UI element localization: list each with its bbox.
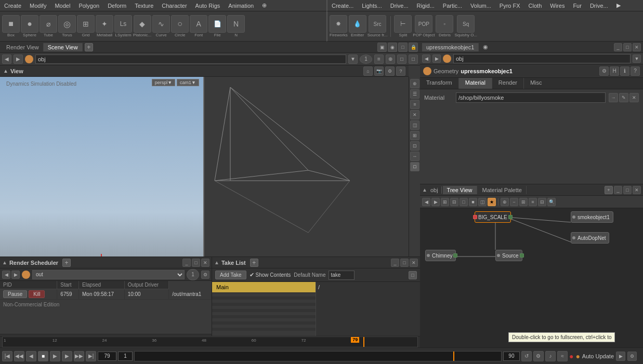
tool-file[interactable]: 📄 File bbox=[208, 15, 226, 37]
take-collapse-icon[interactable]: ▲ bbox=[214, 260, 219, 265]
tv-btn-8[interactable]: ⊕ bbox=[501, 198, 509, 206]
tool-source-fr[interactable]: Src Source fr... bbox=[368, 15, 388, 37]
right-tab-add[interactable]: ◉ bbox=[480, 43, 491, 51]
loop-btn[interactable]: ↺ bbox=[521, 351, 532, 361]
tv-btn-4[interactable]: ⊟ bbox=[450, 198, 458, 206]
path-ctrl-2[interactable]: ⊕ bbox=[386, 55, 395, 64]
geo-tab-material[interactable]: Material bbox=[459, 78, 492, 89]
tool-split[interactable]: ⊢ Split bbox=[394, 15, 412, 37]
path-dropdown-btn[interactable]: ▼ bbox=[348, 55, 358, 64]
menu-polygon[interactable]: Polygon bbox=[74, 2, 103, 10]
tool-box[interactable]: ■ Box bbox=[2, 15, 20, 37]
node-big-scale[interactable]: BIG_SCALE bbox=[475, 211, 511, 223]
side-ctrl-6[interactable]: ⊞ bbox=[410, 131, 419, 140]
geo-info-btn[interactable]: ℹ bbox=[620, 66, 629, 76]
treeview-collapse-icon[interactable]: ▲ bbox=[422, 187, 427, 193]
show-contents-toggle[interactable]: ✔ Show Contents bbox=[250, 272, 291, 278]
tool-n[interactable]: N N bbox=[227, 15, 245, 37]
menu-cloth[interactable]: Cloth bbox=[524, 2, 546, 10]
menu-plus[interactable]: ⊕ bbox=[258, 1, 271, 10]
play-skip-end[interactable]: ▶| bbox=[86, 351, 96, 361]
tv-btn-gold[interactable]: ★ bbox=[488, 198, 496, 206]
tree-view-tab[interactable]: Tree View bbox=[443, 186, 477, 194]
playbar-settings-btn[interactable]: ⚙ bbox=[533, 351, 544, 361]
menu-drive2[interactable]: Drive... bbox=[586, 2, 612, 10]
tv-btn-3[interactable]: ⊞ bbox=[441, 198, 449, 206]
cam-label[interactable]: cam1▼ bbox=[177, 79, 199, 86]
frame-number-input[interactable] bbox=[98, 352, 116, 361]
play-stop-btn[interactable]: ■ bbox=[38, 351, 48, 361]
geo-gear-icon[interactable]: ⚙ bbox=[599, 66, 609, 76]
output-nav-back[interactable]: ◀ bbox=[2, 271, 10, 279]
material-input[interactable] bbox=[456, 92, 606, 103]
tv-btn-13[interactable]: 🔍 bbox=[547, 198, 556, 206]
add-view-tab[interactable]: + bbox=[85, 43, 93, 51]
side-ctrl-3[interactable]: ≡ bbox=[410, 100, 419, 109]
view-expand-icon[interactable]: ▲ bbox=[3, 68, 8, 74]
treeview-close[interactable]: ✕ bbox=[633, 186, 641, 194]
scheduler-min-btn[interactable]: _ bbox=[182, 259, 191, 267]
tab-scene-view[interactable]: Scene View bbox=[44, 43, 83, 51]
render-settings-btn[interactable]: ⚙ bbox=[627, 352, 637, 361]
material-jump-btn[interactable]: → bbox=[609, 93, 618, 102]
treeview-max[interactable]: □ bbox=[623, 186, 632, 194]
tool-curve[interactable]: ∿ Curve bbox=[152, 15, 170, 37]
audio-btn[interactable]: ♪ bbox=[545, 351, 556, 361]
output-nav-fwd[interactable]: ▶ bbox=[11, 271, 20, 279]
right-tab-1[interactable]: upressmokeobjec1 bbox=[422, 43, 479, 51]
tv-btn-6[interactable]: ■ bbox=[469, 198, 477, 206]
path-back-btn[interactable]: ◀ bbox=[2, 55, 11, 64]
play-prev-frame[interactable]: ◀ bbox=[26, 351, 36, 361]
tv-btn-12[interactable]: ⊟ bbox=[538, 198, 546, 206]
take-expand-btn[interactable]: □ bbox=[409, 271, 417, 279]
tool-emitter[interactable]: 💧 Emitter bbox=[349, 15, 366, 37]
menu-character[interactable]: Character bbox=[158, 2, 191, 10]
auto-update-btn[interactable]: ▶ bbox=[616, 352, 625, 361]
geo-help-btn[interactable]: ? bbox=[631, 66, 640, 76]
geo-tab-misc[interactable]: Misc bbox=[524, 78, 548, 89]
right-tab-ctrl-3[interactable]: ✕ bbox=[633, 43, 641, 51]
node-source[interactable]: Source bbox=[495, 250, 522, 261]
timeline-track[interactable]: 1 12 24 36 48 60 72 84 79 bbox=[2, 336, 418, 347]
tool-torus[interactable]: ◎ Torus bbox=[58, 15, 76, 37]
play-play-btn[interactable]: ▶ bbox=[50, 351, 60, 361]
menu-modify[interactable]: Modify bbox=[25, 2, 50, 10]
geo-tab-render[interactable]: Render bbox=[492, 78, 524, 89]
fps-btn[interactable]: ≈ bbox=[557, 351, 568, 361]
menu-pyro[interactable]: Pyro FX bbox=[495, 2, 524, 10]
tool-font[interactable]: A Font bbox=[190, 15, 207, 37]
menu-rigid[interactable]: Rigid... bbox=[413, 2, 439, 10]
output-select[interactable]: out bbox=[32, 270, 185, 279]
geo-tab-transform[interactable]: Transform bbox=[420, 78, 459, 89]
menu-volum[interactable]: Volum... bbox=[466, 2, 495, 10]
tool-grid[interactable]: ⊞ Grid bbox=[77, 15, 95, 37]
bottom-timeline-track[interactable] bbox=[134, 351, 502, 361]
tab-render-view[interactable]: Render View bbox=[2, 43, 44, 51]
take-close-btn[interactable]: ✕ bbox=[410, 259, 418, 267]
node-canvas[interactable]: BIG_SCALE smokeobject1 AutoDopNet Chimne… bbox=[420, 208, 643, 347]
menu-partic[interactable]: Partic... bbox=[439, 2, 466, 10]
menu-auto-rigs[interactable]: Auto Rigs bbox=[191, 2, 225, 10]
right-path-fwd[interactable]: ▶ bbox=[432, 55, 441, 63]
path-ctrl-4[interactable]: □ bbox=[409, 55, 418, 64]
menu-wires[interactable]: Wires bbox=[546, 2, 569, 10]
node-autodopnet[interactable]: AutoDopNet bbox=[571, 232, 609, 244]
tv-btn-5[interactable]: □ bbox=[460, 198, 468, 206]
add-take-button[interactable]: Add Take bbox=[215, 271, 246, 279]
path-ctrl-3[interactable]: □ bbox=[397, 55, 406, 64]
view-help-btn[interactable]: ? bbox=[396, 66, 405, 76]
view-ctrl-lock[interactable]: 🔒 bbox=[409, 43, 418, 52]
tool-metaball[interactable]: ✦ Metaball bbox=[96, 15, 113, 37]
take-max-btn[interactable]: □ bbox=[400, 259, 409, 267]
node-chimney[interactable]: Chimney bbox=[425, 250, 456, 261]
menu-texture[interactable]: Texture bbox=[130, 2, 158, 10]
tool-squishy[interactable]: Sq Squishy O... bbox=[454, 15, 477, 37]
take-item-main[interactable]: Main bbox=[212, 282, 316, 292]
menu-create-right[interactable]: Create... bbox=[327, 2, 358, 10]
menu-model[interactable]: Model bbox=[50, 2, 74, 10]
menu-arrow[interactable]: ▶ bbox=[612, 1, 625, 10]
scheduler-collapse-icon[interactable]: ▲ bbox=[2, 260, 7, 265]
end-frame-input[interactable] bbox=[503, 352, 520, 361]
tool-lsystem[interactable]: Ls LSystem bbox=[114, 15, 132, 37]
side-ctrl-5[interactable]: ◫ bbox=[410, 120, 419, 130]
